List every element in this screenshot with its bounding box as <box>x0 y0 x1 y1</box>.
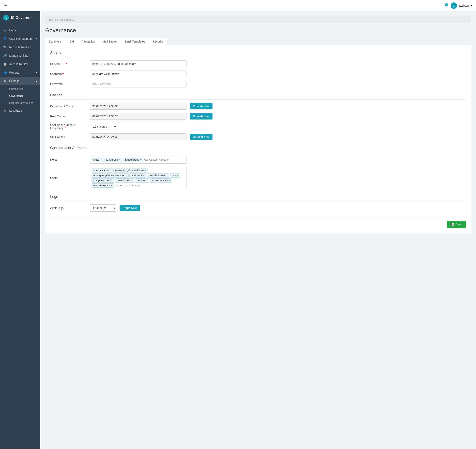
user-cache-frequency-select[interactable]: 15 minutes 30 minutes 1 hour 2 hours 4 h… <box>90 123 117 130</box>
user-cache-frequency-row: User Cache Update Frequency * 15 minutes… <box>50 123 466 130</box>
settings-icon: ⚙ <box>3 79 7 83</box>
sidebar-item-provisioning[interactable]: Provisioning <box>9 85 40 92</box>
manual-linking-icon: 🔗 <box>3 54 7 57</box>
role-cache-label: Role Cache <box>50 115 86 118</box>
sidebar: IC IC Governor ⌂ Home 👤 User Management … <box>0 11 40 449</box>
tag-finno-close[interactable]: × <box>100 158 102 161</box>
content-card: Service Service URL* Username* Password <box>45 45 471 234</box>
service-url-input[interactable] <box>90 61 187 67</box>
sidebar-item-settings[interactable]: ⚙ Settings ▴ <box>0 77 40 85</box>
tag-companycode-close[interactable]: × <box>111 179 113 182</box>
sidebar-item-home-label: Home <box>9 29 17 32</box>
sidebar-item-home[interactable]: ⌂ Home <box>0 26 40 34</box>
sidebar-item-manual-linking[interactable]: 🔗 Manual Linking <box>0 51 40 60</box>
caches-section-title: Caches <box>50 93 466 100</box>
save-button[interactable]: 💾 Save <box>447 221 466 228</box>
user-cache-frequency-label: User Cache Update Frequency * <box>50 123 86 130</box>
sidebar-item-user-management[interactable]: 👤 User Management ▾ <box>0 34 40 43</box>
sidebar-item-request-tracking-label: Request Tracking <box>9 45 31 49</box>
sidebar-item-external-integrations[interactable]: External Integrations <box>9 99 40 107</box>
custom-attributes-section: Custom User Attributes Roles finNo × ipA… <box>50 146 466 189</box>
sidebar-sub-settings: Provisioning Governance External Integra… <box>0 85 40 107</box>
settings-chevron-icon: ▴ <box>36 80 37 82</box>
tab-email-templates[interactable]: Email Templates <box>121 38 149 45</box>
username-input[interactable] <box>90 71 187 77</box>
tab-idm[interactable]: IDM <box>65 38 78 45</box>
tag-userauthash-close[interactable]: × <box>111 184 112 187</box>
sidebar-item-request-tracking[interactable]: 🔍 Request Tracking <box>0 43 40 51</box>
sidebar-item-localization-label: Localization <box>9 109 24 112</box>
roles-tags-container[interactable]: finNo × ipAddress × macAddress × <box>90 156 187 164</box>
save-icon: 💾 <box>451 223 454 226</box>
tag-emergencycontactname-close[interactable]: × <box>145 169 146 172</box>
user-cache-refresh-button[interactable]: Refresh Now <box>190 134 212 140</box>
users-tags-container[interactable]: specialName × emergencyContactName × eme… <box>90 167 187 189</box>
users-custom-attribute-input[interactable] <box>115 184 149 187</box>
username-label: Username* <box>50 72 86 76</box>
tag-postaladdress: postalAddress × <box>147 173 169 178</box>
role-cache-input <box>90 113 187 120</box>
breadcrumb: Settings / Governance <box>45 16 471 23</box>
sidebar-item-localization[interactable]: ⚙ Localization <box>0 107 40 115</box>
roles-custom-attribute-input[interactable] <box>144 158 178 161</box>
roles-label: Roles <box>50 158 86 161</box>
tag-specialname-close[interactable]: × <box>109 169 111 172</box>
password-input[interactable] <box>90 81 187 87</box>
tag-postalcode-close[interactable]: × <box>131 179 132 182</box>
sidebar-item-access-review[interactable]: 📋 Access Review <box>0 60 40 68</box>
tag-specialname: specialName × <box>91 168 113 173</box>
user-menu[interactable]: J Jackson ▾ <box>451 2 472 9</box>
hamburger-button[interactable]: ☰ <box>4 3 8 8</box>
topnav-left: ☰ <box>4 3 8 8</box>
role-cache-refresh-button[interactable]: Refresh Now <box>190 113 212 119</box>
tab-attestation[interactable]: Attestation <box>78 38 99 45</box>
tag-ipaddress: ipAddress × <box>104 157 122 162</box>
request-tracking-icon: 🔍 <box>3 45 7 49</box>
tab-security[interactable]: Security <box>149 38 167 45</box>
tag-ipaddress-close[interactable]: × <box>119 158 120 161</box>
roles-row: Roles finNo × ipAddress × macAddress × <box>50 156 466 164</box>
user-cache-input <box>90 133 187 140</box>
tag-postaladdress-close[interactable]: × <box>166 174 168 177</box>
sidebar-logo: IC IC Governor <box>0 11 40 24</box>
service-url-row: Service URL* <box>50 61 466 67</box>
user-management-icon: 👤 <box>3 37 7 40</box>
reports-chevron-icon: ▾ <box>36 71 37 74</box>
tab-database[interactable]: Database <box>45 38 65 45</box>
password-label: Password <box>50 82 86 86</box>
notification-badge: 7 <box>445 3 448 6</box>
layout: IC IC Governor ⌂ Home 👤 User Management … <box>0 11 476 449</box>
reports-icon: 👥 <box>3 71 7 74</box>
tag-country-close[interactable]: × <box>146 179 147 182</box>
tag-address2-close[interactable]: × <box>143 174 144 177</box>
tag-address2: address2 × <box>130 173 146 178</box>
logs-section-title: Logs <box>50 195 466 201</box>
tag-emergencycontactnumber-close[interactable]: × <box>125 174 127 177</box>
sidebar-item-manual-linking-label: Manual Linking <box>9 54 28 57</box>
sidebar-item-reports-label: Reports <box>9 71 19 74</box>
tabs: Database IDM Attestation Mail Server Ema… <box>45 38 471 45</box>
service-url-label: Service URL* <box>50 62 86 66</box>
chevron-down-icon: ▾ <box>470 4 472 7</box>
custom-attributes-title: Custom User Attributes <box>50 146 466 152</box>
breadcrumb-parent[interactable]: Settings <box>48 18 58 21</box>
tag-city: city × <box>170 173 180 178</box>
tab-mail-server[interactable]: Mail Server <box>99 38 121 45</box>
department-cache-refresh-button[interactable]: Refresh Now <box>190 103 212 109</box>
audit-logs-row: Audit Logs >6 months 3 months 1 month 2 … <box>50 204 466 212</box>
audit-logs-select[interactable]: >6 months 3 months 1 month 2 weeks 1 wee… <box>90 204 116 212</box>
app-logo: IC <box>3 15 9 21</box>
tag-stateprovince-close[interactable]: × <box>169 179 170 182</box>
sidebar-item-reports[interactable]: 👥 Reports ▾ <box>0 68 40 77</box>
purge-now-button[interactable]: Purge Now <box>119 205 140 211</box>
notification-icon[interactable]: ✉ 7 <box>445 4 447 7</box>
tag-city-close[interactable]: × <box>177 174 178 177</box>
tag-postalcode: postalCode × <box>115 178 134 183</box>
page-title: Governance <box>45 27 471 34</box>
avatar: J <box>451 2 457 9</box>
user-cache-label: User Cache <box>50 135 86 138</box>
sidebar-item-governance[interactable]: Governance <box>9 92 40 99</box>
tag-macaddress-close[interactable]: × <box>140 158 141 161</box>
actions-bar: 💾 Save <box>50 217 466 228</box>
tag-macaddress: macAddress × <box>123 157 143 162</box>
